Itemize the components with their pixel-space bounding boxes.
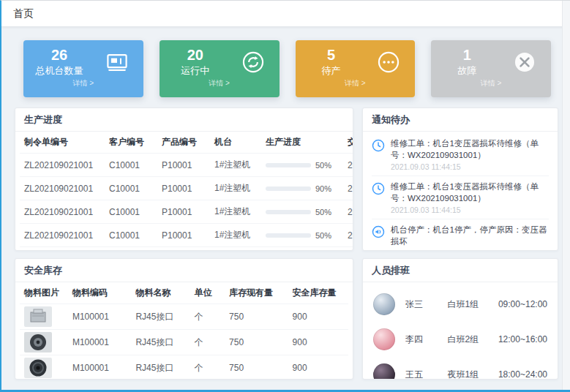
notifications-panel: 通知待办 维修工单：机台1变压器损坏待维修（单号：WX202109031001）… [362,108,558,251]
stat-label: 待产 [306,64,357,78]
dashboard-content: 26 总机台数量 详情 > 20 运行中 [1,27,570,384]
stat-card-fault[interactable]: 1 故障 详情 > [431,40,551,97]
material-name: RJ45接口 [131,304,190,330]
list-item[interactable]: 机台停产：机台1停产，停产原因：变压器损坏 2021.09.03 11:44:1… [372,219,549,250]
machine-name: 1#注塑机 [210,177,261,200]
order-no: ZL202109021001 [20,200,105,224]
customer-no: C10001 [105,154,157,177]
customer-no: C10001 [105,177,157,200]
customer-no: C10001 [105,200,157,224]
avatar [373,293,395,315]
table-row: ZL202109021001 C10001 P10001 1#注塑机 50 20… [20,247,353,252]
column-header: 物料编码 [68,282,132,304]
machine-icon [104,49,130,75]
product-no: P10001 [157,177,210,200]
column-header: 安全库存量 [288,282,348,304]
shift-time: 12:00~16:00 [498,334,547,344]
table-row: ZL202109021001 C10001 P10001 1#注塑机 90 20… [20,177,353,200]
timestamp: 2021.09.03 11:44:15 [391,249,549,250]
timestamp: 2021.09.03 11:44:15 [391,162,549,171]
stat-card-running[interactable]: 20 运行中 详情 > [160,40,280,97]
material-photo-rj45 [24,306,52,327]
panel-title-schedule: 人员排班 [363,259,558,282]
panel-title-production: 生产进度 [15,108,353,132]
order-no: ZL202109021001 [20,247,105,252]
progress-label: 90 [315,184,331,193]
person-name: 王五 [405,369,448,380]
table-row: M100001 RJ45接口 个 750 900 [20,304,348,330]
avatar [373,328,395,350]
inventory-panel: 安全库存 物料图片 物料编码 物料名称 单位 库存现有量 安全库存量 M1000… [15,258,353,380]
material-unit: 个 [190,330,225,355]
detail-link[interactable]: 详情 > [303,78,408,88]
progress-label: 50 [315,208,331,216]
app-window: 首页 26 总机台数量 详情 > 20 [0,0,570,392]
tab-home[interactable]: 首页 [13,7,34,20]
column-header: 物料名称 [131,282,190,304]
machine-name: 1#注塑机 [210,247,261,252]
list-item[interactable]: 维修工单：机台1变压器损坏待维修（单号：WX202109031001） 2021… [372,176,549,219]
running-icon [240,49,266,75]
material-photo-connector [24,332,52,353]
person-name: 张三 [405,298,448,311]
stock-qty: 750 [225,304,288,330]
column-header: 交货日期 [343,132,353,154]
notification-text: 维修工单：机台1变压器损坏待维修（单号：WX202109031001） [391,181,549,204]
stat-label: 故障 [441,64,492,78]
material-code: M100001 [68,304,132,330]
column-header: 单位 [190,282,225,304]
machine-name: 1#注塑机 [210,224,261,247]
notification-list: 维修工单：机台1变压器损坏待维修（单号：WX202109031001） 2021… [363,132,558,250]
list-item: 李四 白班2组 12:00~16:00 [373,322,547,357]
progress-label: 50 [315,161,331,170]
safety-qty: 900 [288,304,348,330]
column-header: 机台 [210,132,261,154]
stat-card-total-machines[interactable]: 26 总机台数量 详情 > [23,40,143,97]
stat-info: 5 待产 [306,47,357,78]
material-unit: 个 [190,355,225,380]
fault-icon [511,49,538,75]
progress-bar: 50 [266,208,339,216]
order-no: ZL202109021001 [20,177,105,200]
speaker-icon [372,225,385,250]
progress-bar: 90 [266,184,339,193]
tabbar: 首页 [1,1,570,27]
safety-qty: 900 [288,330,348,355]
panel-title-inventory: 安全库存 [15,259,353,282]
material-photo-speaker [24,358,52,378]
progress-label: 50 [315,231,331,240]
order-no: ZL202109021001 [20,224,105,247]
person-name: 李四 [405,333,448,346]
detail-link[interactable]: 详情 > [438,78,544,88]
material-unit: 个 [190,304,225,330]
table-row: M100001 RJ45接口 个 750 900 [20,355,348,380]
scrollbar[interactable] [562,1,570,390]
delivery-date: 2021-09-10 [343,224,353,247]
stat-info: 20 运行中 [170,47,221,78]
detail-link[interactable]: 详情 > [31,78,136,88]
stat-value: 1 [441,47,492,64]
stat-card-waiting[interactable]: 5 待产 详情 > [296,40,416,97]
avatar [373,363,395,380]
clock-icon [372,181,385,214]
list-item[interactable]: 维修工单：机台1变压器损坏待维修（单号：WX202109031001） 2021… [372,133,549,176]
notification-text: 机台停产：机台1停产，停产原因：变压器损坏 [391,225,549,247]
progress-bar: 50 [266,161,339,170]
delivery-date: 2021-09-10 [343,200,353,224]
stat-value: 20 [170,47,221,64]
table-row: ZL202109021001 C10001 P10001 1#注塑机 50 20… [20,200,353,224]
machine-name: 1#注塑机 [210,154,261,177]
shift-time: 18:00~24:00 [498,369,547,380]
customer-no: C10001 [105,247,157,252]
column-header: 产品编号 [157,132,210,154]
progress-bar: 50 [266,231,339,240]
waiting-icon [375,49,402,75]
clock-icon [372,138,385,171]
stat-cards: 26 总机台数量 详情 > 20 运行中 [23,40,551,97]
material-name: RJ45接口 [131,330,190,355]
column-header: 物料图片 [20,282,68,304]
column-header: 生产进度 [261,132,343,154]
notification-body: 维修工单：机台1变压器损坏待维修（单号：WX202109031001） 2021… [391,138,549,171]
material-code: M100001 [68,330,132,355]
detail-link[interactable]: 详情 > [167,78,272,88]
